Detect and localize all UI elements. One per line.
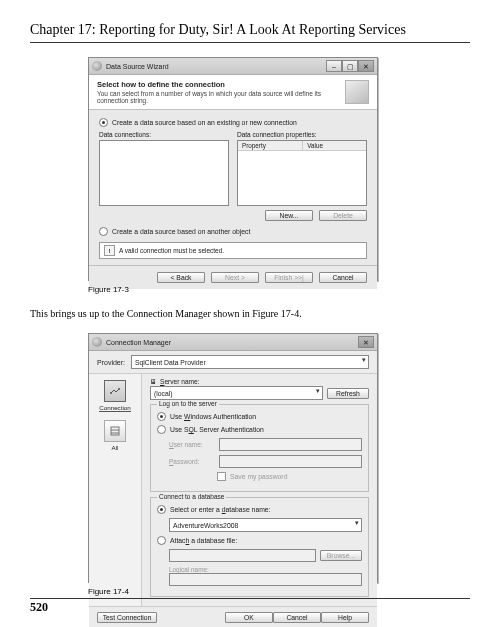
window-title: Data Source Wizard: [106, 63, 326, 70]
close-button[interactable]: ✕: [358, 336, 374, 348]
prop-header-value: Value: [303, 141, 366, 150]
provider-value: SqlClient Data Provider: [135, 359, 206, 366]
minimize-button[interactable]: –: [326, 60, 342, 72]
test-connection-button[interactable]: Test Connection: [97, 612, 157, 623]
body-paragraph: This brings us up to the Connection Mana…: [30, 308, 470, 319]
delete-button[interactable]: Delete: [319, 210, 367, 221]
radio-label: Create a data source based on another ob…: [112, 228, 250, 235]
connection-icon: [104, 380, 126, 402]
logon-group: Log on to the server Use Windows Authent…: [150, 404, 369, 492]
next-button[interactable]: Next >: [211, 272, 259, 283]
password-label: Password:: [169, 458, 215, 465]
server-name-label: 🖥 Server name:: [150, 378, 369, 385]
radio-label: Select or enter a database name:: [170, 506, 271, 513]
all-icon: [104, 420, 126, 442]
sidebar-label: All: [112, 444, 119, 451]
radio-icon: [157, 505, 166, 514]
provider-label: Provider:: [97, 359, 125, 366]
prop-header-property: Property: [238, 141, 303, 150]
page-number: 520: [30, 597, 48, 615]
wizard-header-subtitle: You can select from a number of ways in …: [97, 90, 345, 104]
wizard-header: Select how to define the connection You …: [89, 75, 377, 110]
wizard-header-icon: [345, 80, 369, 104]
radio-sql-auth[interactable]: Use SQL Server Authentication: [157, 425, 362, 434]
window-title: Connection Manager: [106, 339, 358, 346]
connect-db-group: Connect to a database Select or enter a …: [150, 497, 369, 597]
radio-select-db[interactable]: Select or enter a database name:: [157, 505, 362, 514]
data-connections-label: Data connections:: [99, 131, 229, 138]
radio-icon: [157, 425, 166, 434]
radio-another-object[interactable]: Create a data source based on another ob…: [99, 227, 367, 236]
checkbox-label: Save my password: [230, 473, 287, 480]
server-icon: 🖥: [150, 378, 157, 385]
warning-icon: !: [104, 245, 115, 256]
connection-properties-label: Data connection properties:: [237, 131, 367, 138]
app-icon: [92, 337, 102, 347]
radio-windows-auth[interactable]: Use Windows Authentication: [157, 412, 362, 421]
password-input: [219, 455, 362, 468]
wizard-header-title: Select how to define the connection: [97, 80, 345, 89]
cancel-button[interactable]: Cancel: [273, 612, 321, 623]
refresh-button[interactable]: Refresh: [327, 388, 369, 399]
save-password-checkbox: Save my password: [217, 472, 362, 481]
radio-icon: [157, 412, 166, 421]
help-button[interactable]: Help: [321, 612, 369, 623]
svg-point-1: [118, 388, 120, 390]
database-value: AdventureWorks2008: [173, 522, 238, 529]
radio-icon: [99, 118, 108, 127]
username-label: User name:: [169, 441, 215, 448]
maximize-button[interactable]: ▢: [342, 60, 358, 72]
page-footer-rule: [30, 598, 470, 599]
ok-button[interactable]: OK: [225, 612, 273, 623]
attach-file-input: [169, 549, 316, 562]
radio-label: Use Windows Authentication: [170, 413, 256, 420]
sidebar-item-connection[interactable]: Connection: [99, 380, 130, 412]
connect-db-group-title: Connect to a database: [157, 493, 226, 500]
back-button[interactable]: < Back: [157, 272, 205, 283]
provider-dropdown[interactable]: SqlClient Data Provider: [131, 355, 369, 369]
warning-text: A valid connection must be selected.: [119, 247, 224, 254]
titlebar: Data Source Wizard – ▢ ✕: [89, 58, 377, 75]
logical-name-input: [169, 573, 362, 586]
browse-button: Browse...: [320, 550, 362, 561]
figure-caption: Figure 17-4: [88, 587, 129, 596]
radio-icon: [99, 227, 108, 236]
radio-label: Use SQL Server Authentication: [170, 426, 264, 433]
svg-rect-2: [111, 427, 119, 435]
side-tabs: Connection All: [89, 374, 142, 606]
radio-existing-connection[interactable]: Create a data source based on an existin…: [99, 118, 367, 127]
data-source-wizard-window: Data Source Wizard – ▢ ✕ Select how to d…: [88, 57, 378, 281]
connection-properties-grid[interactable]: Property Value: [237, 140, 367, 206]
logical-name-label: Logical name:: [169, 566, 362, 573]
checkbox-icon: [217, 472, 226, 481]
server-name-dropdown[interactable]: (local): [150, 386, 323, 400]
radio-label: Create a data source based on an existin…: [112, 119, 297, 126]
database-dropdown[interactable]: AdventureWorks2008: [169, 518, 362, 532]
new-button[interactable]: New...: [265, 210, 313, 221]
server-value: (local): [154, 390, 173, 397]
username-input: [219, 438, 362, 451]
cancel-button[interactable]: Cancel: [319, 272, 367, 283]
logon-group-title: Log on to the server: [157, 400, 219, 407]
finish-button[interactable]: Finish >>|: [265, 272, 313, 283]
chapter-title: Chapter 17: Reporting for Duty, Sir! A L…: [30, 22, 470, 43]
sidebar-item-all[interactable]: All: [104, 420, 126, 451]
connection-manager-window: Connection Manager ✕ Provider: SqlClient…: [88, 333, 378, 583]
radio-label: Attach a database file:: [170, 537, 237, 544]
radio-attach-db[interactable]: Attach a database file:: [157, 536, 362, 545]
sidebar-label: Connection: [99, 404, 130, 412]
warning-panel: ! A valid connection must be selected.: [99, 242, 367, 259]
close-button[interactable]: ✕: [358, 60, 374, 72]
data-connections-list[interactable]: [99, 140, 229, 206]
svg-point-0: [110, 392, 112, 394]
figure-caption: Figure 17-3: [88, 285, 129, 294]
app-icon: [92, 61, 102, 71]
titlebar: Connection Manager ✕: [89, 334, 377, 351]
radio-icon: [157, 536, 166, 545]
